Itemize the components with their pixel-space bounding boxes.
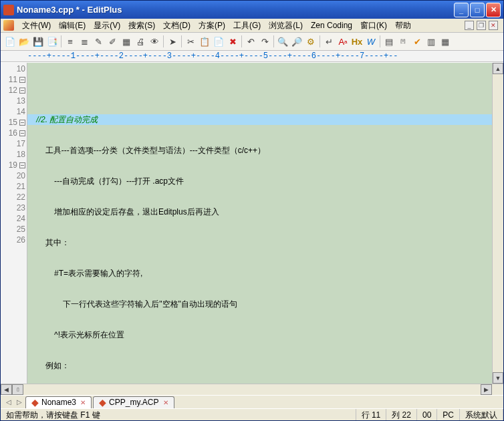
code-line: 例如：: [27, 360, 492, 371]
code-line: ^!表示光标所在位置: [27, 329, 492, 340]
status-line: 行 11: [356, 409, 387, 421]
separator: [273, 35, 274, 47]
fold-icon[interactable]: [19, 77, 25, 83]
print-icon[interactable]: 🖨: [134, 35, 147, 48]
wrap-icon[interactable]: ↵: [322, 35, 336, 48]
indent-icon[interactable]: ≡: [64, 35, 77, 48]
check-icon[interactable]: ✔: [410, 35, 424, 48]
hx-icon[interactable]: Hx: [350, 35, 364, 48]
cut-icon[interactable]: ✂: [184, 35, 197, 48]
replace-icon[interactable]: ⚙: [304, 35, 318, 48]
menu-scheme[interactable]: 方案(P): [195, 19, 229, 33]
tool-icon[interactable]: ✐: [106, 35, 119, 48]
status-other: 00: [417, 409, 437, 421]
statusbar: 如需帮助，请按键盘 F1 键 行 11 列 22 00 PC 系统默认: [1, 408, 503, 421]
menu-document[interactable]: 文档(D): [159, 19, 195, 33]
line-number: 14: [1, 106, 27, 117]
code-area[interactable]: //2. 配置自动完成 工具---首选项---分类（文件类型与语法）---文件类…: [27, 63, 492, 384]
line-number: 17: [1, 138, 27, 149]
panel2-icon[interactable]: 凹: [396, 35, 410, 48]
copy-icon[interactable]: 📋: [198, 35, 211, 48]
mdi-minimize[interactable]: _: [465, 21, 474, 30]
mdi-close[interactable]: ✕: [489, 21, 498, 30]
code-line: 工具---首选项---分类（文件类型与语法）---文件类型（c/c++）: [27, 145, 492, 156]
status-col: 列 22: [386, 409, 417, 421]
line-number: 22: [1, 192, 27, 202]
tab-label: CPP_my.ACP: [109, 398, 158, 407]
tab-noname3[interactable]: ◆ Noname3 ✕: [25, 396, 92, 408]
line-number: 24: [1, 213, 27, 224]
horizontal-scrollbar[interactable]: ◀ ▯ ▶: [1, 384, 503, 395]
menu-browser[interactable]: 浏览器(L): [265, 19, 307, 33]
app-icon: [3, 5, 14, 15]
menu-zen[interactable]: Zen Coding: [307, 19, 356, 31]
tab-cpp-my-acp[interactable]: ◆ CPP_my.ACP ✕: [93, 396, 174, 408]
menu-file[interactable]: 文件(W): [18, 19, 55, 33]
tab-next-icon[interactable]: ▷: [14, 398, 25, 406]
save-icon[interactable]: 💾: [31, 35, 45, 48]
panel4-icon[interactable]: ▦: [438, 35, 452, 48]
new-icon[interactable]: 📄: [3, 35, 17, 48]
fold-icon[interactable]: [19, 120, 25, 126]
line-number: 26: [1, 235, 27, 245]
menu-search[interactable]: 搜索(S): [124, 19, 159, 33]
editor: 10 11 12 13 14 15 16 17 18 19 20 21 22 2…: [1, 62, 503, 384]
maximize-button[interactable]: □: [470, 3, 485, 17]
edit-icon[interactable]: ✎: [92, 35, 105, 48]
outdent-icon[interactable]: ≣: [78, 35, 91, 48]
minimize-button[interactable]: _: [454, 3, 469, 17]
line-number: 10: [1, 63, 27, 74]
scroll-left-icon[interactable]: ◀: [1, 384, 12, 395]
scroll-up-icon[interactable]: ▲: [493, 63, 503, 74]
menubar: 文件(W) 编辑(E) 显示(V) 搜索(S) 文档(D) 方案(P) 工具(G…: [1, 19, 503, 33]
code-line: #T=表示需要输入的字符,: [27, 268, 492, 279]
line-number: 19: [1, 160, 27, 170]
menu-view[interactable]: 显示(V): [90, 19, 124, 33]
menu-tools[interactable]: 工具(G): [229, 19, 265, 33]
scroll-track[interactable]: [23, 384, 481, 395]
code-line-highlighted: //2. 配置自动完成: [27, 114, 492, 125]
save-all-icon[interactable]: 📑: [45, 35, 59, 48]
separator: [61, 35, 61, 47]
open-icon[interactable]: 📂: [17, 35, 31, 48]
undo-icon[interactable]: ↶: [244, 35, 257, 48]
arrow-icon[interactable]: ➤: [166, 35, 179, 48]
tab-prev-icon[interactable]: ◁: [3, 398, 14, 406]
close-button[interactable]: ✕: [486, 3, 501, 17]
panel1-icon[interactable]: ▤: [382, 35, 396, 48]
menu-help[interactable]: 帮助: [391, 19, 415, 33]
line-number: 20: [1, 170, 27, 181]
line-number: 18: [1, 149, 27, 160]
menu-window[interactable]: 窗口(K): [356, 19, 391, 33]
modified-dot-icon: ◆: [99, 399, 106, 406]
line-number: 25: [1, 224, 27, 235]
redo-icon[interactable]: ↷: [258, 35, 271, 48]
find-icon[interactable]: 🔎: [290, 35, 303, 48]
separator: [181, 35, 182, 47]
w-icon[interactable]: W: [364, 35, 378, 48]
table-icon[interactable]: ▦: [120, 35, 133, 48]
search-icon[interactable]: 🔍: [276, 35, 289, 48]
fold-icon[interactable]: [19, 88, 25, 94]
scroll-split-icon[interactable]: ▯: [12, 384, 23, 395]
fold-icon[interactable]: [19, 130, 25, 136]
tabbar: ◁ ▷ ◆ Noname3 ✕ ◆ CPP_my.ACP ✕: [1, 395, 503, 408]
tab-close-icon[interactable]: ✕: [163, 399, 168, 406]
separator: [241, 35, 242, 47]
mdi-restore[interactable]: ❐: [477, 21, 486, 30]
delete-icon[interactable]: ✖: [226, 35, 239, 48]
preview-icon[interactable]: 👁: [148, 35, 161, 48]
scroll-down-icon[interactable]: ▼: [493, 372, 503, 384]
a-sup-icon[interactable]: Aa: [336, 35, 350, 48]
vertical-scrollbar[interactable]: ▲ ▼: [492, 63, 503, 384]
fold-icon[interactable]: [19, 162, 25, 168]
status-encoding: 系统默认: [460, 409, 503, 421]
ruler: ----+----1----+----2----+----3----+----4…: [1, 51, 503, 62]
panel3-icon[interactable]: ▥: [424, 35, 438, 48]
paste-icon[interactable]: 📄: [212, 35, 225, 48]
tab-close-icon[interactable]: ✕: [80, 399, 86, 406]
code-line: ---自动完成（打勾）---打开 .acp文件: [27, 176, 492, 186]
tab-label: Noname3: [41, 398, 76, 407]
menu-edit[interactable]: 编辑(E): [55, 19, 90, 33]
scroll-right-icon[interactable]: ▶: [481, 384, 492, 395]
